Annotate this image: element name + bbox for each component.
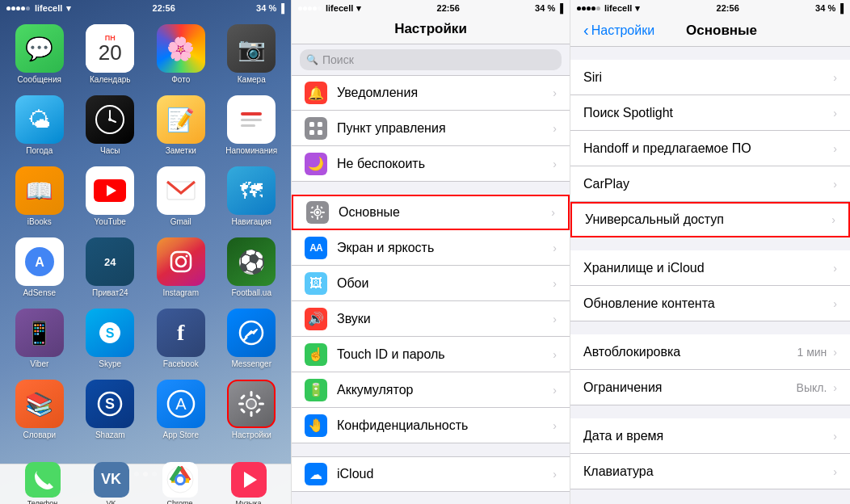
app-viber[interactable]: 📱 Viber	[10, 309, 69, 368]
s2-dot	[313, 6, 317, 10]
app-adsense-label: AdSense	[23, 288, 56, 297]
app-ibooks[interactable]: 📖 iBooks	[10, 166, 69, 226]
settings-item-icloud[interactable]: ☁ iCloud ›	[292, 456, 570, 492]
spotlight-chevron: ›	[833, 107, 837, 120]
settings-screen: lifecell ▾ 22:56 34 % ▐ Настройки 🔍 Поис…	[291, 0, 570, 504]
svg-point-24	[247, 400, 255, 408]
back-button[interactable]: ‹ Настройки	[583, 21, 654, 40]
settings-item-dnd[interactable]: 🌙 Не беспокоить ›	[292, 146, 570, 182]
general-item-datetime[interactable]: Дата и время ›	[570, 418, 850, 454]
general-label: Основные	[339, 205, 551, 220]
app-instagram[interactable]: Instagram	[151, 237, 211, 297]
app-football[interactable]: ⚽ Football.ua	[222, 237, 282, 297]
app-reminders-icon	[227, 95, 276, 144]
battery-icon-3: ▐	[837, 3, 844, 13]
settings-item-display[interactable]: AA Экран и яркость ›	[292, 230, 570, 266]
dock-app-chrome[interactable]: Chrome	[162, 462, 198, 505]
general-item-siri[interactable]: Siri ›	[570, 60, 850, 95]
app-slovari[interactable]: 📚 Словари	[10, 380, 69, 439]
battery-icon: 🔋	[305, 379, 327, 401]
svg-rect-12	[171, 252, 191, 271]
settings-item-notifications[interactable]: 🔔 Уведомления ›	[292, 75, 570, 111]
notifications-label: Уведомления	[337, 86, 553, 100]
datetime-label: Дата и время	[583, 429, 833, 443]
app-settings-home-label: Настройки	[232, 430, 271, 439]
app-slovari-label: Словари	[23, 430, 56, 439]
settings-section-1: 🔔 Уведомления › Пункт управления	[292, 75, 570, 182]
handoff-chevron: ›	[833, 142, 837, 155]
dock-app-music[interactable]: Музыка	[231, 462, 267, 505]
settings-item-controlcenter[interactable]: Пункт управления ›	[292, 111, 570, 146]
general-item-background[interactable]: Обновление контента ›	[570, 286, 850, 321]
svg-rect-5	[241, 119, 262, 121]
keyboard-chevron: ›	[833, 465, 837, 478]
svg-rect-31	[240, 408, 246, 414]
general-item-restrictions[interactable]: Ограничения Выкл. ›	[570, 370, 850, 405]
search-placeholder: Поиск	[322, 53, 354, 66]
settings-item-touchid[interactable]: ☝ Touch ID и пароль ›	[292, 337, 570, 372]
app-camera[interactable]: 📷 Камера	[222, 24, 282, 84]
settings-item-general[interactable]: Основные ›	[292, 195, 570, 230]
notifications-icon: 🔔	[305, 82, 327, 104]
app-appstore-icon: A	[157, 380, 205, 428]
app-gmail[interactable]: Gmail	[151, 166, 211, 226]
app-youtube[interactable]: YouTube	[81, 166, 141, 226]
autolock-label: Автоблокировка	[583, 345, 797, 359]
general-item-spotlight[interactable]: Поиск Spotlight ›	[570, 95, 850, 131]
app-privat24[interactable]: 24 Приват24	[81, 237, 141, 297]
app-privat24-label: Приват24	[92, 288, 128, 297]
wallpaper-chevron: ›	[553, 277, 557, 290]
battery-level-1: 34 %	[256, 3, 276, 13]
autolock-chevron: ›	[833, 346, 837, 359]
app-skype[interactable]: S Skype	[81, 309, 141, 368]
settings-header: lifecell ▾ 22:56 34 % ▐ Настройки	[292, 0, 570, 44]
app-shazam[interactable]: S Shazam	[81, 380, 141, 439]
app-settings-home[interactable]: Настройки	[222, 380, 282, 439]
settings-item-battery[interactable]: 🔋 Аккумулятор ›	[292, 372, 570, 408]
signal-dot	[21, 6, 25, 10]
general-item-handoff[interactable]: Handoff и предлагаемое ПО ›	[570, 131, 850, 166]
settings-section-2: Основные › AA Экран и яркость › 🖼 Обои ›…	[292, 195, 570, 443]
app-instagram-icon	[157, 237, 205, 286]
app-notes[interactable]: 📝 Заметки	[151, 95, 211, 155]
controlcenter-chevron: ›	[553, 122, 557, 135]
app-calendar[interactable]: ПН 20 Календарь	[81, 24, 141, 84]
app-messenger[interactable]: Messenger	[222, 309, 282, 368]
svg-rect-26	[250, 411, 253, 417]
general-item-storage[interactable]: Хранилище и iCloud ›	[570, 250, 850, 286]
signal-1: lifecell ▾	[6, 3, 71, 14]
search-icon: 🔍	[306, 54, 318, 65]
svg-rect-28	[259, 403, 264, 405]
svg-point-3	[108, 118, 112, 121]
app-navigation[interactable]: 🗺 Навигация	[222, 166, 282, 226]
carrier-3: lifecell	[604, 3, 632, 13]
dock-vk-icon: VK	[94, 462, 129, 498]
app-photos[interactable]: 🌸 Фото	[151, 24, 211, 84]
carplay-label: CarPlay	[583, 177, 833, 191]
app-reminders[interactable]: Напоминания	[222, 95, 282, 155]
background-label: Обновление контента	[583, 296, 833, 311]
dock-chrome-label: Chrome	[166, 499, 192, 505]
app-messages[interactable]: 💬 Сообщения	[10, 24, 69, 84]
general-item-autolock[interactable]: Автоблокировка 1 мин ›	[570, 334, 850, 370]
dock-app-phone[interactable]: Телефон	[25, 462, 61, 505]
settings-item-sounds[interactable]: 🔊 Звуки ›	[292, 301, 570, 337]
sounds-label: Звуки	[337, 312, 553, 326]
battery-2: 34 % ▐	[535, 3, 563, 13]
app-clock[interactable]: Часы	[81, 95, 141, 155]
general-item-keyboard[interactable]: Клавиатура ›	[570, 454, 850, 489]
general-item-carplay[interactable]: CarPlay ›	[570, 166, 850, 202]
app-adsense[interactable]: A AdSense	[10, 237, 69, 297]
general-item-accessibility[interactable]: Универсальный доступ ›	[570, 202, 850, 237]
datetime-chevron: ›	[833, 430, 837, 443]
app-messages-label: Сообщения	[18, 75, 61, 84]
app-facebook[interactable]: f Facebook	[151, 309, 211, 368]
settings-search-bar[interactable]: 🔍 Поиск	[300, 49, 562, 70]
general-spacer-2	[570, 321, 850, 334]
app-container: lifecell ▾ 22:56 34 % ▐ 💬 Сообщения ПН 2…	[0, 0, 850, 504]
settings-item-wallpaper[interactable]: 🖼 Обои ›	[292, 266, 570, 301]
app-weather[interactable]: 🌤 Погода	[10, 95, 69, 155]
settings-item-privacy[interactable]: 🤚 Конфиденциальность ›	[292, 408, 570, 443]
dock-app-vk[interactable]: VK VK	[94, 462, 129, 505]
app-appstore[interactable]: A App Store	[151, 380, 211, 439]
